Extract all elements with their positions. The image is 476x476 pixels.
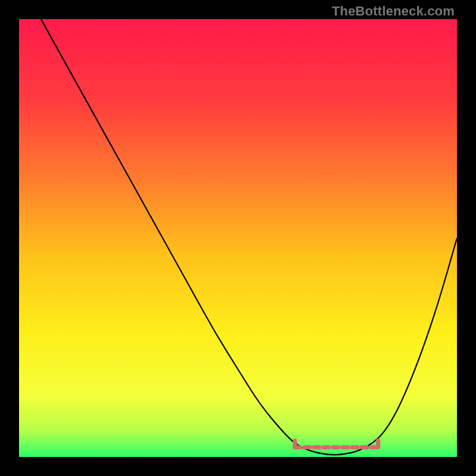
range-left-cap <box>293 439 297 449</box>
range-right-cap <box>376 439 380 449</box>
bottleneck-chart <box>19 19 457 457</box>
chart-frame <box>19 19 457 457</box>
watermark-text: TheBottleneck.com <box>332 4 455 19</box>
gradient-background <box>19 19 457 457</box>
